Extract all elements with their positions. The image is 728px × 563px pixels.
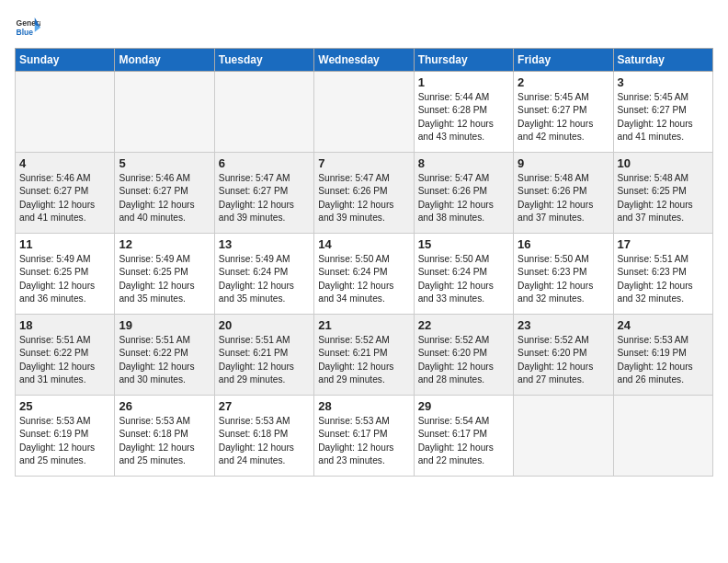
day-info-line: Daylight: 12 hours [119,361,210,373]
day-info-line: Sunset: 6:24 PM [418,266,509,279]
day-info-line: Sunset: 6:17 PM [418,428,509,441]
day-number: 10 [618,156,709,170]
calendar-cell: 20Sunrise: 5:51 AMSunset: 6:21 PMDayligh… [214,315,313,396]
day-info-line: Daylight: 12 hours [219,442,310,454]
header-cell-saturday: Saturday [613,49,712,72]
calendar-cell: 13Sunrise: 5:49 AMSunset: 6:24 PMDayligh… [214,234,313,315]
day-number: 15 [418,237,509,251]
day-number: 26 [119,399,210,413]
day-info-line: and 28 minutes. [418,373,509,386]
day-info-line: Daylight: 12 hours [318,280,409,293]
calendar-table: SundayMondayTuesdayWednesdayThursdayFrid… [15,48,713,477]
week-row-0: 1Sunrise: 5:44 AMSunset: 6:28 PMDaylight… [16,72,713,153]
week-row-2: 11Sunrise: 5:49 AMSunset: 6:25 PMDayligh… [16,234,713,315]
day-info-line: Sunset: 6:23 PM [618,266,709,279]
day-info-line: Sunrise: 5:52 AM [518,334,609,347]
day-info-line: Daylight: 12 hours [618,280,709,293]
day-number: 22 [418,318,509,332]
day-info-line: Daylight: 12 hours [518,280,609,293]
calendar-cell [16,72,115,153]
header-cell-monday: Monday [115,49,214,72]
day-info-line: Daylight: 12 hours [119,199,210,212]
day-number: 18 [19,318,110,332]
day-info-line: and 36 minutes. [19,293,110,305]
calendar-cell: 17Sunrise: 5:51 AMSunset: 6:23 PMDayligh… [613,234,712,315]
day-info-line: Sunrise: 5:53 AM [19,415,110,428]
calendar-cell: 10Sunrise: 5:48 AMSunset: 6:25 PMDayligh… [613,153,712,234]
day-info-line: Sunset: 6:19 PM [19,428,110,441]
calendar-cell: 12Sunrise: 5:49 AMSunset: 6:25 PMDayligh… [115,234,214,315]
calendar-cell: 23Sunrise: 5:52 AMSunset: 6:20 PMDayligh… [514,315,613,396]
week-row-4: 25Sunrise: 5:53 AMSunset: 6:19 PMDayligh… [16,396,713,477]
svg-text:Blue: Blue [17,28,34,37]
day-info-line: Daylight: 12 hours [418,118,509,131]
day-info-line: and 41 minutes. [618,131,709,144]
day-info-line: and 41 minutes. [19,212,110,224]
calendar-cell: 18Sunrise: 5:51 AMSunset: 6:22 PMDayligh… [16,315,115,396]
day-info-line: Sunset: 6:25 PM [119,266,210,279]
day-info-line: Sunset: 6:24 PM [318,266,409,279]
day-number: 13 [219,237,310,251]
day-info-line: Sunrise: 5:44 AM [418,91,509,104]
day-number: 9 [518,156,609,170]
day-info-line: Sunrise: 5:47 AM [418,172,509,185]
day-number: 4 [19,156,110,170]
day-info-line: and 32 minutes. [518,293,609,305]
day-info-line: and 25 minutes. [19,454,110,467]
day-info-line: Sunset: 6:27 PM [119,185,210,198]
day-info-line: Sunrise: 5:53 AM [219,415,310,428]
calendar-cell: 4Sunrise: 5:46 AMSunset: 6:27 PMDaylight… [16,153,115,234]
day-info-line: Sunrise: 5:46 AM [19,172,110,185]
day-info-line: Daylight: 12 hours [119,280,210,293]
day-info-line: and 33 minutes. [418,293,509,305]
day-number: 21 [318,318,409,332]
day-info-line: and 39 minutes. [318,212,409,224]
day-info-line: Sunset: 6:20 PM [518,347,609,360]
day-number: 12 [119,237,210,251]
week-row-1: 4Sunrise: 5:46 AMSunset: 6:27 PMDaylight… [16,153,713,234]
header-cell-sunday: Sunday [16,49,115,72]
day-info-line: Sunset: 6:26 PM [318,185,409,198]
day-number: 19 [119,318,210,332]
day-info-line: Sunset: 6:25 PM [618,185,709,198]
header-cell-friday: Friday [514,49,613,72]
day-info-line: Sunrise: 5:54 AM [418,415,509,428]
calendar-cell: 22Sunrise: 5:52 AMSunset: 6:20 PMDayligh… [414,315,513,396]
day-info-line: Sunset: 6:18 PM [219,428,310,441]
day-info-line: Sunset: 6:22 PM [19,347,110,360]
day-number: 23 [518,318,609,332]
calendar-cell [613,396,712,477]
day-info-line: Sunrise: 5:53 AM [119,415,210,428]
day-info-line: Sunset: 6:18 PM [119,428,210,441]
day-info-line: and 35 minutes. [219,293,310,305]
day-number: 6 [219,156,310,170]
day-info-line: Sunset: 6:23 PM [518,266,609,279]
day-number: 11 [19,237,110,251]
day-info-line: Sunrise: 5:47 AM [219,172,310,185]
day-info-line: Sunrise: 5:47 AM [318,172,409,185]
day-info-line: and 37 minutes. [618,212,709,224]
day-number: 25 [19,399,110,413]
day-info-line: Daylight: 12 hours [219,280,310,293]
calendar-header: SundayMondayTuesdayWednesdayThursdayFrid… [16,49,713,72]
day-info-line: Sunrise: 5:49 AM [119,253,210,266]
day-number: 7 [318,156,409,170]
day-info-line: and 29 minutes. [219,373,310,386]
day-number: 29 [418,399,509,413]
day-info-line: Sunrise: 5:49 AM [219,253,310,266]
day-number: 16 [518,237,609,251]
day-number: 5 [119,156,210,170]
calendar-cell: 24Sunrise: 5:53 AMSunset: 6:19 PMDayligh… [613,315,712,396]
day-info-line: Daylight: 12 hours [318,199,409,212]
calendar-cell: 11Sunrise: 5:49 AMSunset: 6:25 PMDayligh… [16,234,115,315]
calendar-cell: 1Sunrise: 5:44 AMSunset: 6:28 PMDaylight… [414,72,513,153]
day-info-line: and 29 minutes. [318,373,409,386]
day-info-line: and 32 minutes. [618,293,709,305]
day-info-line: Daylight: 12 hours [19,361,110,373]
day-info-line: Sunset: 6:17 PM [318,428,409,441]
calendar-cell: 8Sunrise: 5:47 AMSunset: 6:26 PMDaylight… [414,153,513,234]
calendar-cell: 28Sunrise: 5:53 AMSunset: 6:17 PMDayligh… [314,396,414,477]
day-number: 8 [418,156,509,170]
calendar-cell: 3Sunrise: 5:45 AMSunset: 6:27 PMDaylight… [613,72,712,153]
day-info-line: Sunrise: 5:49 AM [19,253,110,266]
